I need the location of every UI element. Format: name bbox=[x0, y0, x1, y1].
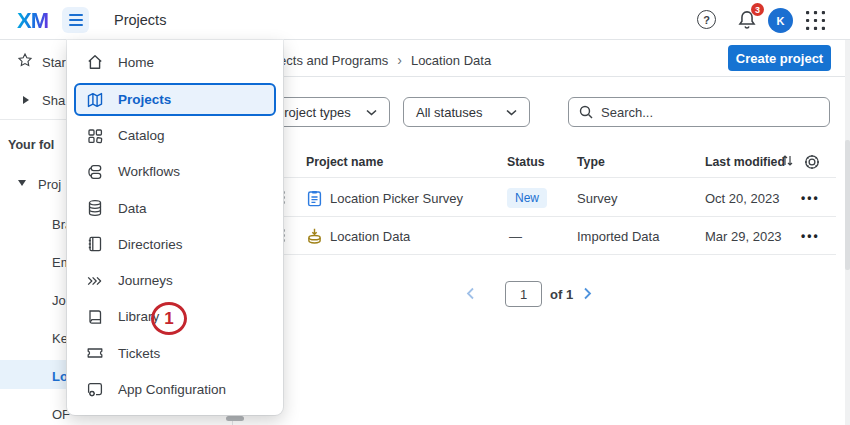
divider bbox=[250, 254, 836, 255]
search-input[interactable] bbox=[601, 105, 819, 120]
status-empty: — bbox=[509, 229, 522, 244]
menu-item-directories[interactable]: Directories bbox=[74, 228, 276, 261]
search-icon bbox=[579, 105, 593, 119]
directories-icon bbox=[85, 234, 105, 254]
statuses-value: All statuses bbox=[416, 105, 482, 120]
statuses-dropdown[interactable]: All statuses bbox=[403, 97, 530, 127]
menu-item-label: Directories bbox=[118, 237, 183, 252]
last-modified: Oct 20, 2023 bbox=[705, 191, 779, 206]
menu-item-label: Tickets bbox=[118, 346, 160, 361]
page-title: Projects bbox=[114, 12, 166, 28]
breadcrumb-separator-icon: › bbox=[397, 52, 402, 68]
chevron-down-icon bbox=[506, 109, 517, 116]
status-badge: New bbox=[507, 188, 547, 208]
search-box[interactable] bbox=[568, 97, 830, 127]
menu-item-label: Home bbox=[118, 55, 154, 70]
scrollbar-thumb[interactable] bbox=[845, 140, 850, 270]
journeys-icon bbox=[85, 271, 105, 291]
last-modified: Mar 29, 2023 bbox=[705, 229, 782, 244]
app-configuration-icon bbox=[85, 380, 105, 400]
help-icon[interactable]: ? bbox=[697, 10, 716, 29]
create-project-button[interactable]: Create project bbox=[728, 45, 831, 71]
project-name-link[interactable]: Location Picker Survey bbox=[330, 191, 463, 206]
previous-page-icon[interactable] bbox=[466, 287, 475, 300]
tickets-icon bbox=[85, 343, 105, 363]
project-type: Survey bbox=[577, 191, 617, 206]
menu-item-journeys[interactable]: Journeys bbox=[74, 264, 276, 297]
catalog-icon bbox=[85, 126, 105, 146]
global-header: XM Projects ? 3 K bbox=[0, 0, 850, 40]
home-icon bbox=[85, 52, 105, 72]
app-window: Projects and Programs›Location Data Crea… bbox=[0, 0, 850, 425]
menu-item-projects[interactable]: Projects bbox=[74, 83, 276, 116]
divider bbox=[250, 216, 836, 217]
global-nav-menu: Home Projects Catalog Workflows Data Dir… bbox=[67, 40, 283, 415]
breadcrumb: Projects and Programs›Location Data bbox=[256, 52, 491, 68]
hamburger-menu-button[interactable] bbox=[62, 7, 89, 33]
breadcrumb-current: Location Data bbox=[411, 53, 491, 68]
menu-item-label: Projects bbox=[118, 92, 171, 107]
menu-item-catalog[interactable]: Catalog bbox=[74, 119, 276, 152]
menu-item-app-configuration[interactable]: App Configuration bbox=[74, 373, 276, 406]
project-type: Imported Data bbox=[577, 229, 659, 244]
project-name-link[interactable]: Location Data bbox=[330, 229, 410, 244]
next-page-icon[interactable] bbox=[583, 287, 592, 300]
imported-data-icon bbox=[305, 227, 324, 246]
column-header-type[interactable]: Type bbox=[577, 155, 605, 169]
sort-icon[interactable] bbox=[782, 154, 793, 167]
page-number-input[interactable]: 1 bbox=[505, 281, 542, 307]
chevron-down-icon bbox=[366, 109, 377, 116]
menu-item-data[interactable]: Data bbox=[74, 192, 276, 225]
row-actions-button[interactable]: ••• bbox=[801, 229, 820, 243]
page-number: 1 bbox=[520, 287, 527, 302]
menu-item-workflows[interactable]: Workflows bbox=[74, 155, 276, 188]
column-header-status[interactable]: Status bbox=[507, 155, 545, 169]
menu-item-label: Catalog bbox=[118, 128, 165, 143]
data-icon bbox=[85, 198, 105, 218]
app-grid-icon[interactable] bbox=[805, 10, 826, 31]
table-settings-gear-icon[interactable] bbox=[802, 152, 822, 172]
menu-item-tickets[interactable]: Tickets bbox=[74, 337, 276, 370]
projects-icon bbox=[85, 90, 105, 110]
annotation-step-circle: 1 bbox=[151, 302, 187, 335]
xm-logo[interactable]: XM bbox=[17, 8, 48, 34]
divider bbox=[250, 177, 836, 178]
row-actions-button[interactable]: ••• bbox=[801, 191, 820, 205]
survey-icon bbox=[305, 189, 324, 208]
menu-item-label: Workflows bbox=[118, 164, 180, 179]
avatar[interactable]: K bbox=[768, 8, 793, 33]
notification-count-badge: 3 bbox=[751, 3, 764, 16]
library-icon bbox=[85, 307, 105, 327]
menu-item-label: Journeys bbox=[118, 273, 173, 288]
column-header-name[interactable]: Project name bbox=[306, 155, 383, 169]
menu-item-label: Data bbox=[118, 201, 147, 216]
menu-item-home[interactable]: Home bbox=[74, 46, 276, 79]
workflows-icon bbox=[85, 162, 105, 182]
page-count-label: of 1 bbox=[550, 287, 573, 302]
menu-item-label: App Configuration bbox=[118, 382, 226, 397]
column-header-modified[interactable]: Last modified bbox=[705, 155, 785, 169]
